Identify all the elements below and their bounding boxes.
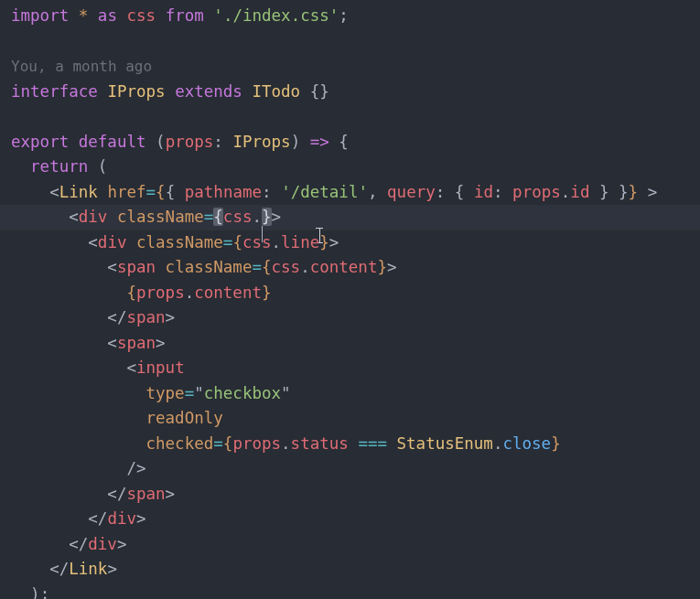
brace: { [339, 133, 349, 151]
angle-open: < [69, 208, 79, 226]
operator: === [358, 434, 387, 453]
rparen: ) [30, 585, 40, 600]
equals: = [213, 434, 223, 453]
jsx-tag: span [126, 485, 165, 503]
identifier: props [232, 434, 281, 453]
brace: } [319, 233, 329, 251]
angle-close: > [272, 208, 282, 226]
keyword: interface [11, 82, 98, 101]
code-line[interactable]: <div className={css.line}> [11, 230, 700, 256]
property: content [310, 258, 378, 276]
semicolon: ; [339, 6, 349, 25]
rparen: ) [291, 133, 301, 151]
angle-open: < [49, 183, 59, 201]
code-line[interactable]: ); [11, 583, 700, 600]
brace: { [455, 183, 465, 201]
jsx-tag: div [107, 509, 136, 528]
angle-close: > [136, 509, 146, 528]
jsx-tag: Link [59, 183, 98, 201]
arrow: => [310, 133, 329, 151]
blame-annotation: You, a month ago [11, 54, 700, 80]
jsx-attr: href [107, 183, 145, 201]
brace: } [619, 183, 629, 201]
jsx-tag: Link [69, 560, 107, 578]
jsx-attr: readOnly [146, 409, 223, 427]
semicolon: ; [40, 585, 50, 600]
angle-close: > [107, 560, 117, 578]
code-line[interactable]: </span> [11, 305, 700, 331]
identifier: css [242, 233, 272, 251]
brace: } [551, 434, 561, 453]
code-line[interactable]: export default (props: IProps) => { [11, 130, 700, 155]
property: close [502, 434, 551, 453]
jsx-attr: type [146, 384, 185, 402]
jsx-tag: input [136, 358, 185, 377]
quote: " [194, 384, 204, 402]
equals: = [185, 384, 195, 402]
colon: : [436, 183, 446, 201]
angle-close: > [387, 258, 397, 276]
property: status [291, 434, 349, 453]
property: content [194, 283, 262, 302]
code-line[interactable]: {props.content} [11, 281, 700, 306]
code-line[interactable]: import * as css from './index.css'; [11, 4, 700, 29]
angle-open: </ [49, 560, 69, 578]
brace: { [262, 258, 272, 276]
type-name: StatusEnum [397, 434, 493, 453]
code-line-active[interactable]: <div className={css.}> [11, 205, 700, 230]
brace: { [166, 183, 176, 201]
angle-open: </ [69, 535, 88, 553]
angle-open: < [107, 258, 117, 276]
keyword: extends [175, 82, 242, 101]
code-line[interactable]: <Link href={{ pathname: '/detail', query… [11, 180, 700, 206]
comma: , [368, 183, 378, 201]
code-line-blank[interactable] [11, 104, 700, 130]
angle-close: > [648, 183, 658, 201]
brace-match: { [213, 208, 223, 226]
angle-close: > [117, 535, 127, 553]
star: * [79, 6, 89, 25]
dot: . [252, 208, 262, 226]
keyword: export [11, 133, 69, 151]
code-line[interactable]: /> [11, 456, 700, 482]
code-line[interactable]: interface IProps extends ITodo {} [11, 80, 700, 105]
code-line[interactable]: type="checkbox" [11, 381, 700, 407]
brace: } [629, 183, 639, 201]
self-close: /> [126, 459, 145, 477]
keyword: import [11, 6, 69, 25]
brace: } [262, 283, 272, 302]
code-line[interactable]: <input [11, 356, 700, 381]
code-line[interactable]: </Link> [11, 557, 700, 583]
equals: = [252, 258, 262, 276]
code-line[interactable]: return ( [11, 155, 700, 180]
code-line[interactable]: readOnly [11, 406, 700, 432]
string: './index.css' [213, 6, 339, 25]
code-line-blank[interactable] [11, 29, 700, 55]
brace: } [377, 258, 387, 276]
angle-open: < [107, 334, 117, 352]
angle-close: > [166, 485, 176, 503]
dot: . [561, 183, 571, 201]
jsx-attr: className [117, 208, 204, 226]
code-line[interactable]: </div> [11, 507, 700, 532]
identifier: css [223, 208, 253, 226]
code-line[interactable]: <span> [11, 331, 700, 357]
type-name: ITodo [252, 82, 300, 101]
code-line[interactable]: <span className={css.content}> [11, 255, 700, 281]
string: '/detail' [281, 183, 368, 201]
equals: = [146, 183, 156, 201]
brace: } [599, 183, 609, 201]
quote: " [281, 384, 291, 402]
code-line[interactable]: checked={props.status === StatusEnum.clo… [11, 432, 700, 457]
jsx-tag: div [98, 233, 127, 251]
brace: { [232, 233, 242, 251]
code-line[interactable]: </div> [11, 532, 700, 558]
jsx-tag: div [88, 535, 117, 553]
lparen: ( [156, 133, 166, 151]
dot: . [493, 434, 503, 453]
jsx-attr: className [136, 233, 223, 251]
angle-close: > [166, 308, 176, 326]
type-name: IProps [107, 82, 165, 101]
code-line[interactable]: </span> [11, 482, 700, 508]
dot: . [300, 258, 310, 276]
